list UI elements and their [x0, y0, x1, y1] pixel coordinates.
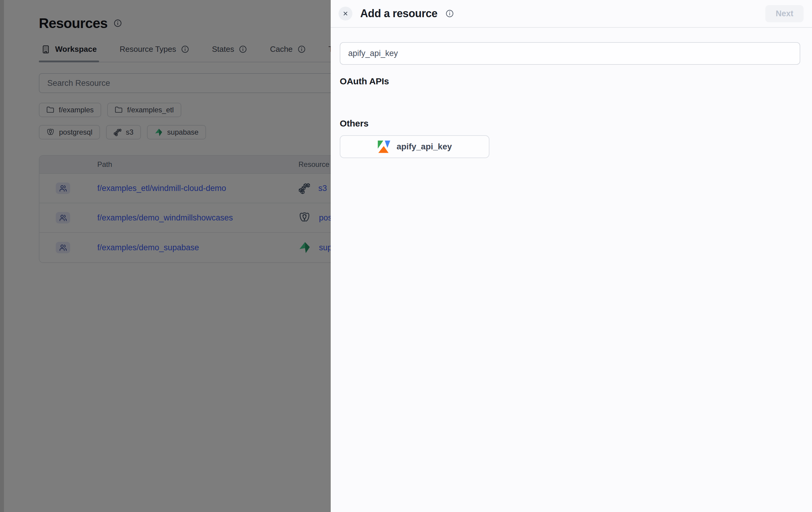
left-edge-strip: [0, 0, 4, 512]
apify-icon: [377, 140, 390, 153]
next-button[interactable]: Next: [765, 5, 804, 22]
drawer-title: Add a resource: [360, 7, 438, 20]
section-heading-oauth-apis: OAuth APIs: [340, 76, 800, 86]
close-icon: [342, 10, 349, 17]
section-heading-others: Others: [340, 118, 800, 129]
resource-type-search-input[interactable]: [340, 42, 800, 65]
drawer-body: OAuth APIs Others apify_api_key: [331, 28, 812, 512]
resource-type-card-apify-api-key[interactable]: apify_api_key: [340, 135, 489, 158]
info-icon[interactable]: [445, 9, 454, 18]
add-resource-drawer: Add a resource Next OAuth APIs Others ap…: [331, 0, 812, 512]
resource-card-label: apify_api_key: [397, 142, 452, 151]
drawer-header: Add a resource Next: [331, 0, 812, 28]
screen: Resources Workspace Resource Types: [0, 0, 812, 512]
close-button[interactable]: [339, 7, 352, 21]
